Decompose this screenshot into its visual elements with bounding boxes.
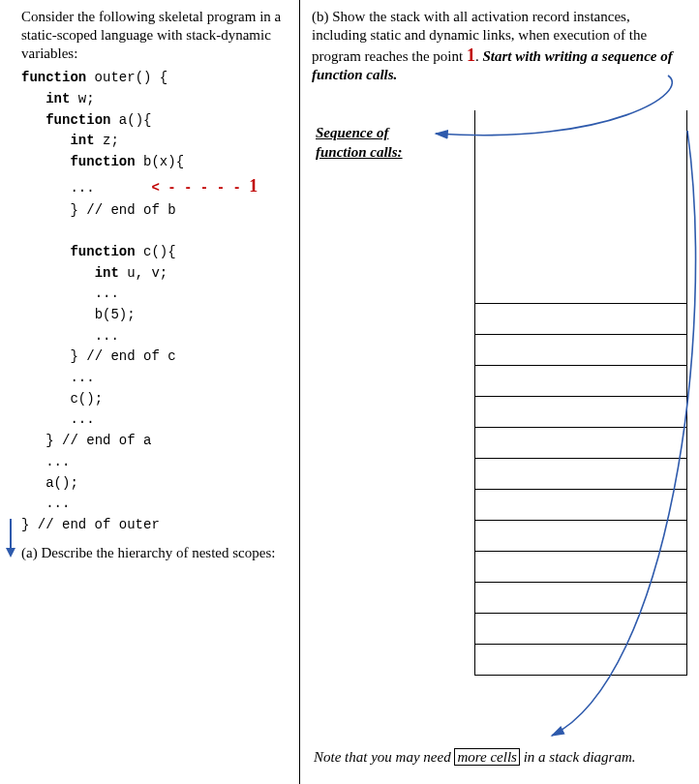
- code-line: w;: [70, 91, 94, 106]
- seq-line2: function calls:: [316, 144, 403, 160]
- stack-cell: [474, 583, 687, 614]
- code-line: a(){: [110, 112, 151, 128]
- kw-function: function: [70, 154, 135, 169]
- code-line: c(){: [136, 244, 176, 259]
- code-line: ...: [21, 180, 151, 196]
- kw-int: int: [70, 133, 94, 148]
- code-line: ...: [46, 496, 70, 511]
- code-line: b(5);: [95, 307, 136, 322]
- stack-cell: [474, 428, 687, 459]
- note-text: Note that you may need more cells in a s…: [314, 748, 635, 768]
- kw-function: function: [70, 244, 135, 259]
- stack-cell: [474, 335, 687, 366]
- stack-cell: [474, 459, 687, 490]
- code-line: ...: [95, 286, 119, 301]
- code-line: ...: [70, 370, 94, 385]
- kw-int: int: [46, 91, 70, 106]
- page-root: Consider the following skeletal program …: [0, 0, 699, 784]
- sequence-label: Sequence of function calls:: [316, 124, 403, 162]
- note-part: in a stack diagram.: [520, 749, 636, 765]
- stack-cell: [474, 552, 687, 583]
- stack-cell: [474, 645, 687, 676]
- code-line: ...: [46, 454, 70, 469]
- question-b: (b) Show the stack with all activation r…: [312, 8, 687, 84]
- code-line: ...: [95, 328, 119, 344]
- stack-cell: [474, 397, 687, 428]
- code-line: c();: [70, 391, 103, 407]
- point-1-marker: 1: [249, 176, 258, 196]
- kw-int: int: [95, 265, 119, 281]
- code-line: b(x){: [136, 154, 184, 169]
- stack-cell: [474, 521, 687, 552]
- kw-function: function: [21, 70, 86, 85]
- code-block: function outer() { int w; function a(){ …: [21, 68, 293, 535]
- seq-line1: Sequence of: [316, 125, 388, 140]
- code-line: } // end of a: [46, 433, 151, 448]
- code-line: z;: [95, 133, 119, 148]
- code-line: u, v;: [119, 265, 167, 281]
- code-line: } // end of outer: [21, 517, 160, 532]
- code-line: ...: [70, 411, 94, 427]
- question-a: (a) Describe the hierarchy of nested sco…: [21, 544, 293, 562]
- down-arrow-icon: [4, 519, 17, 561]
- note-boxed: more cells: [454, 748, 520, 766]
- stack-top-region: [474, 110, 687, 304]
- code-line: } // end of b: [70, 202, 175, 218]
- stack-cell: [474, 614, 687, 645]
- stack-diagram: [474, 110, 687, 676]
- right-column: (b) Show the stack with all activation r…: [300, 0, 699, 784]
- code-line: } // end of c: [70, 348, 175, 364]
- stack-cell: [474, 490, 687, 521]
- code-line: outer() {: [86, 70, 167, 85]
- code-line: a();: [46, 475, 78, 491]
- point-1-ref: 1: [467, 45, 475, 65]
- arrow-dashes: < - - - - -: [151, 180, 249, 196]
- stack-cell: [474, 304, 687, 335]
- stack-cell: [474, 366, 687, 397]
- note-part: Note that you may need: [314, 749, 454, 765]
- svg-marker-1: [6, 548, 15, 558]
- kw-function: function: [46, 112, 110, 128]
- intro-text: Consider the following skeletal program …: [21, 8, 293, 62]
- left-column: Consider the following skeletal program …: [0, 0, 300, 784]
